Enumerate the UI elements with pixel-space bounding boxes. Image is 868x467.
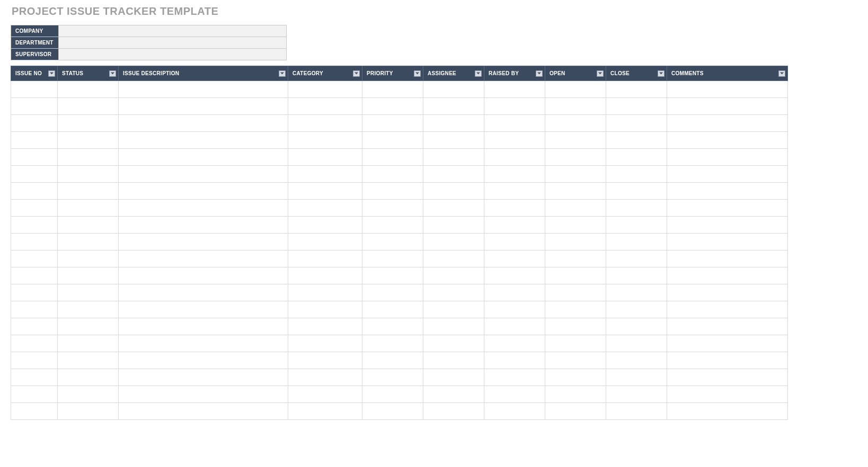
table-cell[interactable] xyxy=(119,250,288,267)
table-cell[interactable] xyxy=(119,149,288,166)
table-cell[interactable] xyxy=(667,132,788,149)
table-cell[interactable] xyxy=(119,386,288,403)
table-cell[interactable] xyxy=(119,267,288,284)
table-cell[interactable] xyxy=(545,166,606,183)
table-cell[interactable] xyxy=(667,81,788,98)
table-cell[interactable] xyxy=(362,81,423,98)
table-cell[interactable] xyxy=(288,335,362,352)
meta-value[interactable] xyxy=(59,49,287,60)
table-cell[interactable] xyxy=(667,98,788,115)
table-cell[interactable] xyxy=(545,98,606,115)
table-cell[interactable] xyxy=(667,115,788,132)
table-cell[interactable] xyxy=(545,149,606,166)
table-cell[interactable] xyxy=(423,386,484,403)
column-header-status[interactable]: STATUS xyxy=(58,66,119,81)
table-cell[interactable] xyxy=(545,386,606,403)
table-cell[interactable] xyxy=(667,217,788,233)
table-cell[interactable] xyxy=(606,267,667,284)
column-header-category[interactable]: CATEGORY xyxy=(288,66,362,81)
table-cell[interactable] xyxy=(423,132,484,149)
table-cell[interactable] xyxy=(484,318,545,335)
table-cell[interactable] xyxy=(288,183,362,200)
table-cell[interactable] xyxy=(545,115,606,132)
table-cell[interactable] xyxy=(423,149,484,166)
table-cell[interactable] xyxy=(362,352,423,369)
table-cell[interactable] xyxy=(362,233,423,250)
table-cell[interactable] xyxy=(119,183,288,200)
table-cell[interactable] xyxy=(667,149,788,166)
table-cell[interactable] xyxy=(606,217,667,233)
table-cell[interactable] xyxy=(119,132,288,149)
table-cell[interactable] xyxy=(362,217,423,233)
table-cell[interactable] xyxy=(11,217,58,233)
table-cell[interactable] xyxy=(423,369,484,386)
table-cell[interactable] xyxy=(58,217,119,233)
table-cell[interactable] xyxy=(11,352,58,369)
table-cell[interactable] xyxy=(606,115,667,132)
table-cell[interactable] xyxy=(11,81,58,98)
table-cell[interactable] xyxy=(288,132,362,149)
table-cell[interactable] xyxy=(288,352,362,369)
filter-dropdown-icon[interactable] xyxy=(109,70,116,77)
table-cell[interactable] xyxy=(484,369,545,386)
table-cell[interactable] xyxy=(119,217,288,233)
table-cell[interactable] xyxy=(667,250,788,267)
table-cell[interactable] xyxy=(58,369,119,386)
table-cell[interactable] xyxy=(58,115,119,132)
table-cell[interactable] xyxy=(606,369,667,386)
table-cell[interactable] xyxy=(119,98,288,115)
table-cell[interactable] xyxy=(667,403,788,420)
table-cell[interactable] xyxy=(58,183,119,200)
table-cell[interactable] xyxy=(288,81,362,98)
table-cell[interactable] xyxy=(484,217,545,233)
filter-dropdown-icon[interactable] xyxy=(475,70,482,77)
table-cell[interactable] xyxy=(288,301,362,318)
table-cell[interactable] xyxy=(423,301,484,318)
table-cell[interactable] xyxy=(119,81,288,98)
table-cell[interactable] xyxy=(58,81,119,98)
column-header-open[interactable]: OPEN xyxy=(545,66,606,81)
table-cell[interactable] xyxy=(58,200,119,217)
table-cell[interactable] xyxy=(288,386,362,403)
table-cell[interactable] xyxy=(545,81,606,98)
table-cell[interactable] xyxy=(288,403,362,420)
filter-dropdown-icon[interactable] xyxy=(536,70,543,77)
table-cell[interactable] xyxy=(545,250,606,267)
table-cell[interactable] xyxy=(288,233,362,250)
column-header-assignee[interactable]: ASSIGNEE xyxy=(423,66,484,81)
table-cell[interactable] xyxy=(606,403,667,420)
table-cell[interactable] xyxy=(119,166,288,183)
table-cell[interactable] xyxy=(667,335,788,352)
table-cell[interactable] xyxy=(484,352,545,369)
table-cell[interactable] xyxy=(58,132,119,149)
table-cell[interactable] xyxy=(484,250,545,267)
column-header-close[interactable]: CLOSE xyxy=(606,66,667,81)
table-cell[interactable] xyxy=(362,403,423,420)
table-cell[interactable] xyxy=(11,183,58,200)
table-cell[interactable] xyxy=(606,98,667,115)
table-cell[interactable] xyxy=(423,81,484,98)
table-cell[interactable] xyxy=(667,301,788,318)
table-cell[interactable] xyxy=(606,200,667,217)
table-cell[interactable] xyxy=(58,250,119,267)
table-cell[interactable] xyxy=(58,403,119,420)
table-cell[interactable] xyxy=(484,132,545,149)
table-cell[interactable] xyxy=(119,335,288,352)
table-cell[interactable] xyxy=(606,81,667,98)
table-cell[interactable] xyxy=(484,166,545,183)
table-cell[interactable] xyxy=(288,284,362,301)
table-cell[interactable] xyxy=(423,284,484,301)
table-cell[interactable] xyxy=(606,250,667,267)
column-header-issue_no[interactable]: ISSUE NO xyxy=(11,66,58,81)
table-cell[interactable] xyxy=(119,318,288,335)
table-cell[interactable] xyxy=(545,183,606,200)
table-cell[interactable] xyxy=(606,132,667,149)
table-cell[interactable] xyxy=(667,284,788,301)
table-cell[interactable] xyxy=(58,352,119,369)
table-cell[interactable] xyxy=(362,183,423,200)
table-cell[interactable] xyxy=(119,352,288,369)
table-cell[interactable] xyxy=(423,267,484,284)
table-cell[interactable] xyxy=(484,115,545,132)
table-cell[interactable] xyxy=(484,149,545,166)
table-cell[interactable] xyxy=(667,200,788,217)
